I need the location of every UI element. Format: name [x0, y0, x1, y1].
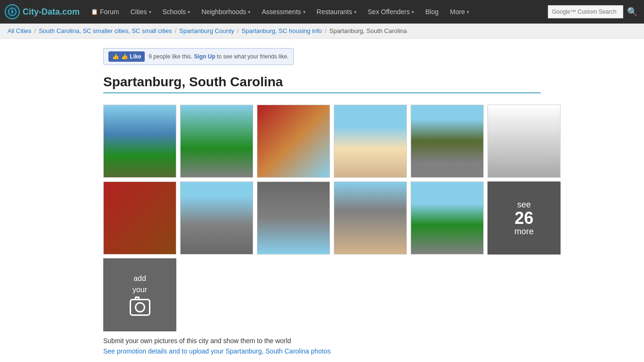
breadcrumb: All Cities / South Carolina, SC smaller … — [0, 24, 644, 39]
photo-7[interactable] — [103, 181, 176, 255]
submit-section: Submit your own pictures of this city an… — [103, 337, 541, 355]
search-box: 🔍 — [548, 5, 639, 19]
chevron-down-icon: ▾ — [149, 9, 151, 15]
nav-blog[interactable]: Blog — [421, 0, 443, 24]
add-photo-tile[interactable]: add your — [103, 258, 176, 331]
photo-4[interactable] — [334, 105, 407, 178]
logo-text: City-Data.com — [23, 7, 80, 17]
chevron-down-icon: ▾ — [188, 9, 190, 15]
nav-schools[interactable]: Schools ▾ — [158, 0, 195, 24]
chevron-down-icon: ▾ — [412, 9, 414, 15]
fb-like-button[interactable]: 👍 👍 Like — [108, 51, 145, 62]
svg-point-1 — [11, 11, 13, 13]
chevron-down-icon: ▾ — [467, 9, 469, 15]
submit-link[interactable]: See promotion details and to upload your… — [103, 347, 331, 355]
chevron-down-icon: ▾ — [248, 9, 250, 15]
forum-icon: 📋 — [91, 8, 98, 15]
breadcrumb-separator: / — [237, 27, 239, 34]
breadcrumb-sc-cities[interactable]: South Carolina, SC smaller cities, SC sm… — [39, 27, 172, 34]
fb-like-count: 9 people like this. Sign Up to see what … — [149, 53, 289, 60]
chevron-down-icon: ▾ — [354, 9, 356, 15]
page-title: Spartanburg, South Carolina — [103, 74, 541, 93]
photo-grid-row-2: see 26 more — [103, 181, 541, 255]
breadcrumb-separator: / — [325, 27, 327, 34]
logo-icon — [5, 4, 20, 19]
photo-8[interactable] — [180, 181, 253, 255]
search-input[interactable] — [548, 5, 623, 18]
photo-5[interactable] — [411, 105, 484, 178]
add-label-line2: your — [132, 286, 147, 294]
thumbs-up-icon: 👍 — [112, 53, 119, 60]
main-content: 👍 👍 Like 9 people like this. Sign Up to … — [96, 39, 548, 362]
photo-2[interactable] — [180, 105, 253, 178]
add-photo-row: add your — [103, 258, 541, 331]
photo-9[interactable] — [257, 181, 330, 255]
see-more-tile[interactable]: see 26 more — [487, 181, 561, 255]
photo-6[interactable] — [487, 105, 561, 178]
photo-grid-row-1 — [103, 105, 541, 178]
breadcrumb-separator: / — [34, 27, 36, 34]
breadcrumb-current: Spartanburg, South Carolina — [329, 27, 407, 34]
fb-signup-link[interactable]: Sign Up — [194, 53, 215, 60]
nav-neighborhoods[interactable]: Neighborhoods ▾ — [197, 0, 255, 24]
breadcrumb-county[interactable]: Spartanburg County — [179, 27, 234, 34]
photo-10[interactable] — [334, 181, 407, 255]
more-label: more — [514, 227, 534, 237]
nav-assessments[interactable]: Assessments ▾ — [257, 0, 310, 24]
nav-restaurants[interactable]: Restaurants ▾ — [312, 0, 361, 24]
chevron-down-icon: ▾ — [303, 9, 305, 15]
breadcrumb-separator: / — [175, 27, 177, 34]
search-button[interactable]: 🔍 — [625, 5, 639, 19]
breadcrumb-all-cities[interactable]: All Cities — [8, 27, 32, 34]
fb-like-box: 👍 👍 Like 9 people like this. Sign Up to … — [103, 48, 294, 65]
navbar: City-Data.com 📋 Forum Cities ▾ Schools ▾… — [0, 0, 644, 24]
nav-sex-offenders[interactable]: Sex Offenders ▾ — [363, 0, 419, 24]
see-more-count: 26 — [514, 210, 533, 227]
nav-cities[interactable]: Cities ▾ — [125, 0, 156, 24]
breadcrumb-housing-info[interactable]: Spartanburg, SC housing info — [241, 27, 322, 34]
nav-forum[interactable]: 📋 Forum — [86, 0, 124, 24]
nav-more[interactable]: More ▾ — [445, 0, 474, 24]
photo-3[interactable] — [257, 105, 330, 178]
add-label-line1: add — [133, 274, 146, 283]
camera-icon — [130, 299, 150, 316]
photo-1[interactable] — [103, 105, 176, 178]
photo-11[interactable] — [411, 181, 484, 255]
site-logo[interactable]: City-Data.com — [5, 4, 80, 19]
submit-text: Submit your own pictures of this city an… — [103, 337, 541, 345]
